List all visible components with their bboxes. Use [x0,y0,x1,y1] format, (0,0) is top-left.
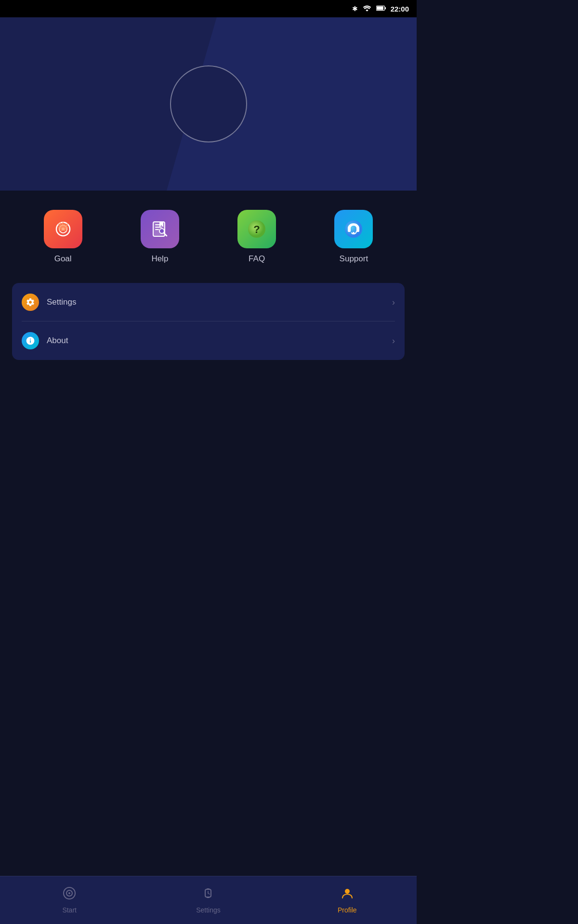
about-menu-item[interactable]: About › [12,321,405,360]
about-menu-icon [22,332,39,349]
quick-icon-support[interactable]: Support [334,210,373,264]
svg-text:?: ? [253,223,260,235]
support-icon [334,210,373,248]
status-time: 22:00 [391,5,409,13]
svg-rect-15 [348,229,351,232]
nav-start[interactable]: Start [0,886,139,914]
svg-rect-1 [385,7,386,9]
help-icon [141,210,179,248]
svg-point-14 [345,220,362,238]
status-bar: ✱ 22:00 [0,0,417,17]
help-label: Help [151,254,168,264]
quick-icon-help[interactable]: Help [141,210,179,264]
svg-rect-9 [155,227,162,228]
nav-settings[interactable]: Settings [139,886,277,914]
svg-rect-2 [377,6,383,10]
support-label: Support [340,254,368,264]
settings-chevron-icon: › [392,297,395,308]
faq-label: FAQ [249,254,265,264]
profile-nav-icon [341,886,354,903]
svg-rect-23 [207,897,210,898]
quick-icon-faq[interactable]: ? FAQ [237,210,276,264]
bottom-nav: Start Settings Profile [0,876,417,924]
faq-icon: ? [237,210,276,248]
settings-menu-label: Settings [47,297,392,307]
svg-point-26 [345,889,350,894]
settings-nav-icon [201,886,215,903]
goal-icon [44,210,82,248]
settings-nav-label: Settings [196,906,221,914]
quick-icons-section: Goal Help [0,191,417,273]
about-chevron-icon: › [392,336,395,346]
menu-list: Settings › About › [12,283,405,360]
quick-icon-goal[interactable]: Goal [44,210,82,264]
profile-nav-label: Profile [338,906,357,914]
battery-icon [376,5,386,13]
avatar[interactable] [170,65,247,142]
bluetooth-icon: ✱ [352,5,358,13]
wifi-icon [363,5,371,13]
settings-menu-item[interactable]: Settings › [12,283,405,321]
svg-rect-22 [207,888,210,890]
svg-line-25 [208,893,210,894]
svg-rect-10 [155,229,159,230]
goal-label: Goal [54,254,72,264]
header-area [0,17,417,191]
settings-menu-icon [22,294,39,311]
svg-point-17 [353,232,355,234]
start-nav-icon [63,886,76,903]
about-menu-label: About [47,336,392,346]
svg-point-11 [159,229,164,233]
nav-profile[interactable]: Profile [278,886,417,914]
svg-point-20 [68,892,70,894]
start-nav-label: Start [62,906,77,914]
